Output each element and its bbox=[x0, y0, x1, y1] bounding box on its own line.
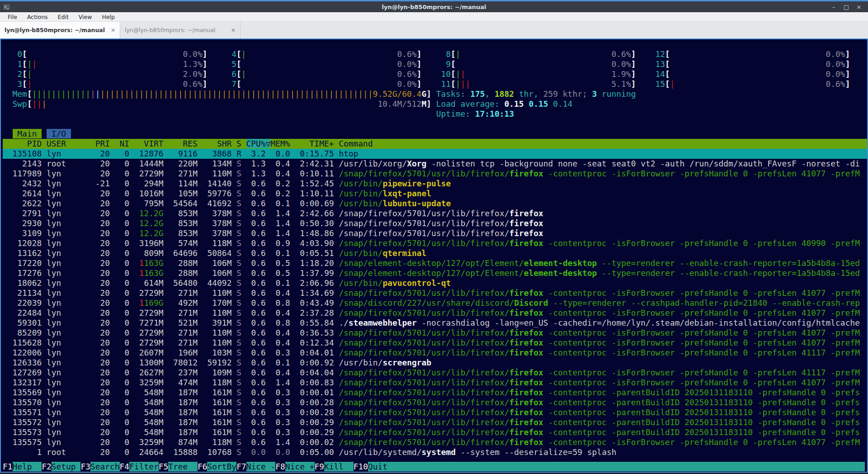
fkey-f10-label[interactable]: Quit bbox=[368, 462, 397, 471]
menu-item-file[interactable]: File bbox=[4, 13, 21, 21]
process-row[interactable]: 2622 lyn 20 0 795M 54564 41692 S 0.6 0.1… bbox=[3, 199, 867, 209]
cpu-6-percent: 0.6% bbox=[397, 69, 417, 79]
terminal-tab-1[interactable]: lyn@lyn-b850mprors: ~/manual✕ bbox=[0, 22, 120, 38]
htop-tab-io[interactable]: I/O bbox=[47, 129, 71, 138]
tab-label: lyn@lyn-b850mprors: ~/manual bbox=[5, 27, 105, 33]
terminal-tab-2[interactable]: lyn@lyn-b850mprors: ~/manual✕ bbox=[120, 22, 241, 38]
process-row[interactable]: 2432 lyn -21 0 294M 114M 14140 S 0.6 0.2… bbox=[3, 179, 867, 189]
process-row[interactable]: 17220 lyn 20 0 1163G 288M 106M S 0.6 0.5… bbox=[3, 258, 867, 268]
process-user: lyn bbox=[47, 378, 95, 387]
process-pid: 135575 bbox=[8, 437, 42, 447]
menu-item-actions[interactable]: Actions bbox=[23, 13, 52, 21]
terminal[interactable]: 0[ 0.0%] 4[| 0.6%] 8[| 0.6%] 12[ 0.0%] 1… bbox=[0, 38, 868, 473]
htop-tab-main[interactable]: Main bbox=[13, 129, 42, 138]
process-row[interactable]: 18062 lyn 20 0 614M 56480 44092 S 0.6 0.… bbox=[3, 278, 867, 288]
process-time: 0:00.69 bbox=[295, 199, 334, 208]
process-command: /usr/bin/pavucontrol-qt bbox=[339, 278, 451, 288]
process-row[interactable]: 59301 lyn 20 0 7271M 521M 391M S 0.6 0.8… bbox=[3, 318, 867, 328]
process-state: S bbox=[236, 189, 241, 198]
process-row[interactable]: 22484 lyn 20 0 2729M 271M 110M S 0.6 0.4… bbox=[3, 308, 867, 318]
process-row[interactable]: 17276 lyn 20 0 1163G 288M 106M S 0.6 0.5… bbox=[3, 268, 867, 278]
fkey-f7[interactable]: F7 bbox=[236, 462, 246, 471]
fkey-f7-label[interactable]: Nice - bbox=[246, 462, 276, 471]
process-mem: 0.3 bbox=[271, 417, 290, 427]
process-pid: 127269 bbox=[8, 368, 42, 377]
process-row[interactable]: 3109 lyn 20 0 12.2G 853M 378M S 0.6 1.4 … bbox=[3, 228, 867, 238]
process-row[interactable]: 135571 lyn 20 0 548M 187M 161M S 0.6 0.3… bbox=[3, 408, 867, 417]
process-row[interactable]: 132317 lyn 20 0 3259M 474M 118M S 0.6 1.… bbox=[3, 378, 867, 388]
process-row[interactable]: 126336 lyn 20 0 1300M 78012 59192 S 0.6 … bbox=[3, 358, 867, 368]
process-row-selected[interactable]: 135108 lyn 20 0 12876 9116 3868 R 3.2 0.… bbox=[3, 149, 867, 159]
terminal-app-icon: >_ bbox=[3, 4, 10, 10]
tab-close-icon[interactable]: ✕ bbox=[227, 27, 236, 33]
fkey-f9[interactable]: F9 bbox=[315, 462, 325, 471]
process-row[interactable]: 2143 root 20 0 1444M 220M 134M S 1.3 0.4… bbox=[3, 159, 867, 169]
fkey-f5[interactable]: F5 bbox=[159, 462, 169, 471]
process-row[interactable]: 1 root 20 0 24664 15888 10768 S 0.0 0.0 … bbox=[3, 447, 867, 457]
process-time: 2:42.31 bbox=[295, 159, 334, 168]
process-row[interactable]: 115628 lyn 20 0 2729M 271M 110M S 0.6 0.… bbox=[3, 338, 867, 348]
fkey-f2[interactable]: F2 bbox=[42, 462, 52, 471]
htop-view-tabs[interactable]: Main I/O bbox=[3, 129, 867, 139]
fkey-f8-label[interactable]: Nice + bbox=[285, 462, 315, 471]
fkey-f6-label[interactable]: SortBy bbox=[207, 462, 236, 471]
close-button[interactable]: × bbox=[854, 4, 863, 10]
process-user: root bbox=[47, 159, 95, 168]
process-mem: 0.4 bbox=[271, 338, 290, 347]
process-row[interactable]: 21134 lyn 20 0 2729M 271M 110M S 0.6 0.4… bbox=[3, 288, 867, 298]
cpu-1-label: 1 bbox=[13, 59, 23, 69]
process-pid: 85209 bbox=[8, 328, 42, 337]
process-row[interactable]: 135575 lyn 20 0 3259M 874M 118M S 0.6 1.… bbox=[3, 437, 867, 447]
process-row[interactable]: 85209 lyn 20 0 2729M 271M 110M S 0.6 0.4… bbox=[3, 328, 867, 338]
process-pid: 135108 bbox=[8, 149, 42, 158]
process-pid: 122006 bbox=[8, 348, 42, 357]
process-state: S bbox=[236, 437, 241, 447]
process-row[interactable]: 127269 lyn 20 0 2627M 237M 109M S 0.6 0.… bbox=[3, 368, 867, 378]
fkey-f3[interactable]: F3 bbox=[80, 462, 90, 471]
menu-item-help[interactable]: Help bbox=[98, 13, 119, 21]
fkey-f1-label[interactable]: Help bbox=[13, 462, 42, 471]
process-state: S bbox=[236, 338, 241, 347]
process-state: S bbox=[236, 199, 241, 208]
process-row[interactable]: 13162 lyn 20 0 809M 64696 50864 S 0.6 0.… bbox=[3, 248, 867, 258]
process-mem: 0.3 bbox=[271, 427, 290, 437]
minimize-button[interactable]: – bbox=[829, 4, 838, 10]
process-row[interactable]: 2791 lyn 20 0 12.2G 853M 378M S 0.6 1.4 … bbox=[3, 209, 867, 218]
menu-item-edit[interactable]: Edit bbox=[54, 13, 73, 21]
process-mem: 0.3 bbox=[271, 408, 290, 417]
process-row[interactable]: 2930 lyn 20 0 12.2G 853M 378M S 0.6 1.4 … bbox=[3, 218, 867, 228]
process-user: lyn bbox=[47, 368, 95, 377]
process-row[interactable]: 117989 lyn 20 0 2729M 271M 110M S 1.3 0.… bbox=[3, 169, 867, 179]
fkey-f4-label[interactable]: Filter bbox=[129, 462, 159, 471]
process-pid: 135570 bbox=[8, 398, 42, 407]
fkey-f6[interactable]: F6 bbox=[198, 462, 208, 471]
fkey-f8[interactable]: F8 bbox=[275, 462, 285, 471]
fkey-f3-label[interactable]: Search bbox=[90, 462, 120, 471]
process-row[interactable]: 2614 lyn 20 0 1016M 105M 59776 S 0.6 0.2… bbox=[3, 189, 867, 199]
mem-label: Mem bbox=[13, 89, 27, 99]
terminal-line bbox=[3, 39, 867, 49]
fkey-f1[interactable]: F1 bbox=[3, 462, 13, 471]
fkey-f5-label[interactable]: Tree bbox=[168, 462, 198, 471]
process-mem: 0.2 bbox=[271, 189, 290, 198]
maximize-button[interactable]: □ bbox=[842, 4, 851, 10]
fkey-f4[interactable]: F4 bbox=[120, 462, 130, 471]
process-row[interactable]: 22039 lyn 20 0 1169G 492M 170M S 0.6 0.8… bbox=[3, 298, 867, 308]
process-row[interactable]: 135569 lyn 20 0 548M 187M 161M S 0.6 0.3… bbox=[3, 388, 867, 398]
process-row[interactable]: 122006 lyn 20 0 2607M 196M 103M S 0.6 0.… bbox=[3, 348, 867, 358]
process-table-header[interactable]: PID USER PRI NI VIRT RES SHR S CPU%▽MEM%… bbox=[3, 139, 867, 149]
menu-item-view[interactable]: View bbox=[75, 13, 96, 21]
fkey-f9-label[interactable]: Kill bbox=[324, 462, 354, 471]
fkey-f2-label[interactable]: Setup bbox=[52, 462, 81, 471]
process-mem: 1.4 bbox=[271, 218, 290, 228]
process-row[interactable]: 135572 lyn 20 0 548M 187M 161M S 0.6 0.3… bbox=[3, 417, 867, 427]
process-user: lyn bbox=[47, 169, 95, 178]
process-row[interactable]: 12028 lyn 20 0 3196M 574M 118M S 0.6 0.9… bbox=[3, 238, 867, 248]
process-row[interactable]: 135570 lyn 20 0 548M 187M 161M S 0.6 0.3… bbox=[3, 398, 867, 408]
process-pid: 115628 bbox=[8, 338, 42, 347]
process-cpu: 0.6 bbox=[246, 258, 266, 268]
tab-close-icon[interactable]: ✕ bbox=[107, 27, 115, 33]
fkey-f10[interactable]: F10 bbox=[354, 462, 368, 471]
process-row[interactable]: 135573 lyn 20 0 548M 187M 161M S 0.6 0.3… bbox=[3, 427, 867, 437]
cpu-13-percent: 0.0% bbox=[826, 59, 845, 69]
